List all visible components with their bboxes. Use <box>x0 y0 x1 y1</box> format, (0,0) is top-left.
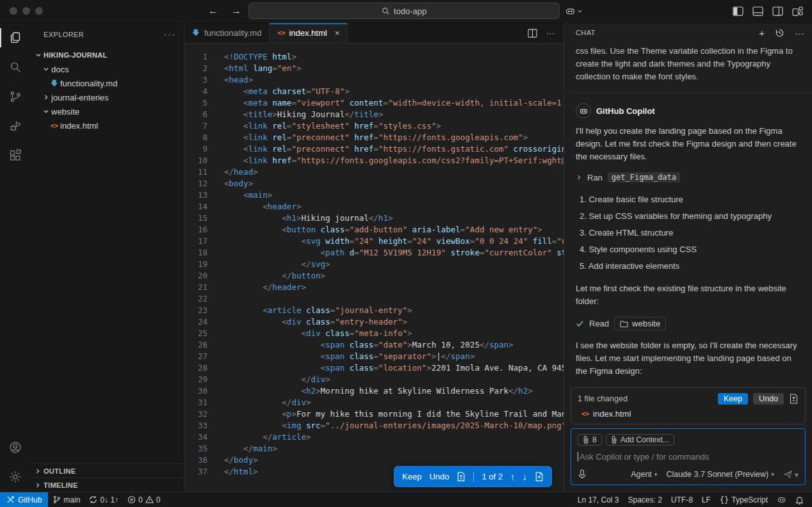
chat-prompt-input[interactable]: Ask Copilot or type / for commands <box>578 452 799 462</box>
code-line[interactable]: 12<body> <box>184 178 564 189</box>
code-line[interactable]: 2<html lang="en"> <box>184 63 564 74</box>
code-line[interactable]: 5 <meta name="viewport" content="width=d… <box>184 97 564 109</box>
command-center-search[interactable]: todo-app <box>248 3 560 19</box>
history-back-button[interactable]: ← <box>206 5 220 17</box>
tree-item-index-html[interactable]: <>index.html <box>31 118 184 133</box>
open-changes-icon[interactable] <box>535 472 544 481</box>
account-icon[interactable] <box>0 433 31 462</box>
code-line[interactable]: 26 <span class="date">March 10, 2025</sp… <box>184 339 564 351</box>
toggle-primary-sidebar-icon[interactable] <box>733 6 743 16</box>
toggle-secondary-sidebar-icon[interactable] <box>772 6 783 16</box>
settings-gear-icon[interactable] <box>0 462 31 492</box>
language-mode[interactable]: {} TypeScript <box>715 492 772 507</box>
diff-file-icon[interactable] <box>457 472 466 481</box>
next-change-icon[interactable]: ↓ <box>523 472 527 482</box>
close-tab-icon[interactable]: × <box>335 28 340 38</box>
code-line[interactable]: 4 <meta charset="UTF-8"> <box>184 86 564 97</box>
microphone-icon[interactable] <box>578 469 587 479</box>
code-line[interactable]: 3<head> <box>184 74 564 86</box>
notifications-bell[interactable] <box>791 492 808 507</box>
code-line[interactable]: 15 <h1>Hiking journal</h1> <box>184 213 564 224</box>
tree-item-hiking-journal[interactable]: HIKING-JOURNAL <box>31 48 184 62</box>
code-line[interactable]: 1<!DOCTYPE html> <box>184 51 564 63</box>
code-line[interactable]: 7 <link rel="stylesheet" href="styles.cs… <box>184 120 564 132</box>
code-line[interactable]: 21 </header> <box>184 282 564 293</box>
code-line[interactable]: 9 <link rel="preconnect" href="https://f… <box>184 143 564 155</box>
tree-item-journal-enteries[interactable]: journal-enteries <box>31 90 184 104</box>
code-line[interactable]: 36</body> <box>184 455 564 466</box>
view-diff-icon[interactable] <box>789 394 799 404</box>
outline-section-header[interactable]: OUTLINE <box>31 463 183 478</box>
changed-file-row[interactable]: <> index.html <box>578 405 799 420</box>
code-line[interactable]: 27 <span class="separator">|</span> <box>184 351 564 362</box>
source-control-view-icon[interactable] <box>0 82 31 111</box>
previous-change-icon[interactable]: ↑ <box>510 472 515 482</box>
add-context-button[interactable]: Add Context... <box>606 434 674 446</box>
tool-call-row[interactable]: Ran get_Figma_data <box>576 172 800 182</box>
code-line[interactable]: 10 <link href="https://fonts.googleapis.… <box>184 155 564 166</box>
extensions-view-icon[interactable] <box>0 141 31 170</box>
code-line[interactable]: 31 </div> <box>184 397 564 408</box>
chat-history-icon[interactable] <box>775 28 784 38</box>
chat-input-box[interactable]: 8 Add Context... Ask Copilot or type / f… <box>571 428 806 485</box>
tree-item-docs[interactable]: docs <box>31 62 184 76</box>
code-line[interactable]: 20 </button> <box>184 270 564 282</box>
code-line[interactable]: 16 <button class="add-button" aria-label… <box>184 224 564 236</box>
undo-all-button[interactable]: Undo <box>753 393 784 405</box>
code-line[interactable]: 14 <header> <box>184 201 564 213</box>
mode-picker[interactable]: Agent ▾ <box>631 470 657 479</box>
run-debug-view-icon[interactable] <box>0 111 31 141</box>
copilot-menu-button[interactable] <box>565 6 583 17</box>
keep-all-button[interactable]: Keep <box>718 393 748 405</box>
customize-layout-icon[interactable] <box>792 6 803 16</box>
code-line[interactable]: 24 <div class="entry-header"> <box>184 316 564 328</box>
code-line[interactable]: 29 </div> <box>184 374 564 385</box>
sync-indicator[interactable]: 0↓ 1↑ <box>85 492 123 507</box>
code-line[interactable]: 33 <img src="../journal-enteries/images/… <box>184 420 564 431</box>
problems-indicator[interactable]: 0 0 <box>123 492 165 507</box>
explorer-more-actions-icon[interactable]: ··· <box>164 29 176 39</box>
tree-item-functionality-md[interactable]: functionality.md <box>31 76 184 90</box>
branch-indicator[interactable]: main <box>48 492 85 507</box>
copilot-status[interactable] <box>772 492 791 507</box>
new-chat-icon[interactable]: + <box>759 28 765 38</box>
editor-more-actions-icon[interactable]: ··· <box>546 28 555 38</box>
minimize-window-icon[interactable] <box>22 7 30 15</box>
code-line[interactable]: 17 <svg width="24" height="24" viewBox="… <box>184 236 564 247</box>
indentation-setting[interactable]: Spaces: 2 <box>623 492 666 507</box>
undo-change-button[interactable]: Undo <box>429 472 449 481</box>
model-picker[interactable]: Claude 3.7 Sonnet (Preview) ▾ <box>666 470 774 479</box>
code-line[interactable]: 11</head> <box>184 166 564 178</box>
timeline-section-header[interactable]: TIMELINE <box>31 478 183 492</box>
tab-index-html[interactable]: <> index.html × <box>270 23 348 43</box>
keep-change-button[interactable]: Keep <box>402 472 421 481</box>
code-line[interactable]: 23 <article class="journal-entry"> <box>184 305 564 316</box>
chat-more-actions-icon[interactable]: ··· <box>795 28 804 38</box>
code-line[interactable]: 6 <title>Hiking Journal</title> <box>184 109 564 120</box>
encoding-setting[interactable]: UTF-8 <box>667 492 697 507</box>
website-folder-chip[interactable]: website <box>614 317 666 330</box>
toggle-panel-icon[interactable] <box>752 6 763 16</box>
tree-item-website[interactable]: website <box>31 104 184 118</box>
tab-functionality-md[interactable]: functionality.md <box>184 23 270 43</box>
attachments-chip[interactable]: 8 <box>578 434 602 446</box>
maximize-window-icon[interactable] <box>35 7 43 15</box>
code-line[interactable]: 13 <main> <box>184 189 564 201</box>
code-line[interactable]: 30 <h2>Morning hike at Skyline Wildernes… <box>184 385 564 397</box>
split-editor-icon[interactable] <box>528 29 537 38</box>
eol-setting[interactable]: LF <box>697 492 715 507</box>
code-line[interactable]: 19 </svg> <box>184 259 564 270</box>
search-view-icon[interactable] <box>0 52 31 82</box>
close-window-icon[interactable] <box>10 7 17 15</box>
explorer-view-icon[interactable] <box>0 23 31 52</box>
code-line[interactable]: 18 <path d="M12 5V19M5 12H19" stroke="cu… <box>184 247 564 259</box>
code-lines[interactable]: 1<!DOCTYPE html>2<html lang="en">3<head>… <box>184 44 564 478</box>
window-controls[interactable] <box>10 7 43 15</box>
code-line[interactable]: 25 <div class="meta-info"> <box>184 328 564 339</box>
code-line[interactable]: 34 </article> <box>184 431 564 443</box>
history-forward-button[interactable]: → <box>229 5 243 17</box>
send-button[interactable]: ▾ <box>783 470 799 479</box>
cursor-position[interactable]: Ln 17, Col 3 <box>573 492 624 507</box>
remote-indicator[interactable]: GitHub <box>0 492 48 507</box>
code-line[interactable]: 28 <span class="location">2201 Imola Ave… <box>184 362 564 374</box>
